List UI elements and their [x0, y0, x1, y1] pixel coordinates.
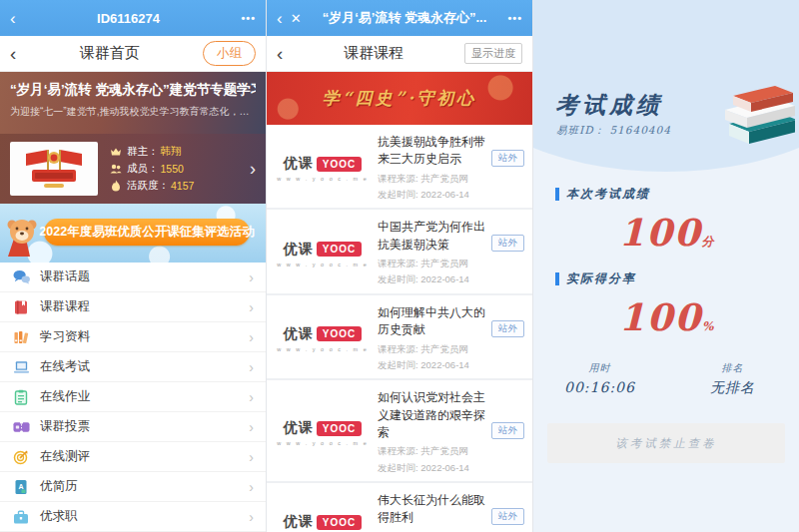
- flame-icon: [110, 180, 122, 192]
- yooc-logo-en: YOOC: [317, 515, 362, 530]
- panel-exam-result: ‹ ID6116274 ✕ ‹ 考试成绩 考试成绩 易班ID： 51640404: [532, 0, 799, 532]
- menu-item-exams[interactable]: 在线考试 ›: [0, 352, 266, 382]
- books-illustration: [699, 84, 795, 162]
- course-item[interactable]: 优课YOOC w w w . y o o c . m e 抗美援朝战争胜利带来三…: [267, 125, 532, 210]
- score-section-label: 本次考试成绩: [555, 186, 799, 203]
- rank-value: 无排名: [666, 379, 799, 397]
- show-progress-button[interactable]: 显示进度: [464, 43, 522, 64]
- yiban-id: 易班ID： 51640404: [556, 124, 671, 138]
- menu-item-label: 在线考试: [40, 358, 249, 375]
- course-item[interactable]: 优课YOOC w w w . y o o c . m e 中国共产党为何作出抗美…: [267, 210, 532, 294]
- resume-icon: A: [12, 478, 30, 496]
- time-value: 00:16:06: [533, 379, 666, 395]
- rank-cell: 排名 无排名: [666, 361, 799, 397]
- menu-item-label: 在线作业: [40, 388, 249, 405]
- course-source: 课程来源: 共产党员网: [378, 444, 524, 457]
- offsite-badge: 站外: [491, 320, 524, 337]
- navbar-group-home: ‹ 课群首页 小组: [0, 36, 266, 72]
- group-header: “岁月‘易’流转 党魂永存心”建党节专题学习 为迎接“七一”建党节,推动我校党史…: [0, 72, 266, 134]
- section-bar-icon: [555, 188, 559, 201]
- menu-item-topics[interactable]: 课群话题 ›: [0, 263, 266, 292]
- course-item[interactable]: 优课YOOC w w w . y o o c . m e 如何认识党对社会主义建…: [267, 380, 532, 483]
- page-title: 课群课程: [283, 44, 464, 63]
- score-value: 100: [618, 211, 701, 255]
- briefcase-icon: [12, 508, 30, 526]
- score-unit: 分: [702, 235, 714, 249]
- back-icon[interactable]: ‹: [10, 10, 16, 27]
- menu-item-votes[interactable]: 课群投票 ›: [0, 412, 266, 442]
- menu-item-label: 课群课程: [40, 298, 249, 315]
- menu-item-label: 优求职: [40, 508, 249, 525]
- rate-label: 实际得分率: [566, 270, 636, 287]
- clipboard-icon: [12, 388, 30, 406]
- yooc-logo-cn: 优课: [284, 155, 314, 173]
- menu-item-homework[interactable]: 在线作业 ›: [0, 382, 266, 412]
- course-time: 发起时间: 2022-06-14: [378, 461, 524, 474]
- course-list-banner: 学“四史”·守初心: [267, 72, 532, 125]
- members-icon: [110, 163, 122, 175]
- yooc-logo: 优课YOOC w w w . y o o c . m e: [275, 304, 371, 371]
- yooc-logo-cn: 优课: [284, 419, 314, 437]
- course-source: 课程来源: 共产党员网: [378, 172, 524, 185]
- offsite-badge: 站外: [491, 235, 524, 252]
- group-stats: 群主：韩翔 成员：1550 活跃度：4157: [110, 142, 250, 196]
- menu-item-label: 在线测评: [40, 448, 249, 465]
- svg-text:A: A: [18, 482, 23, 489]
- chevron-right-icon: ›: [249, 389, 254, 405]
- yooc-logo: 优课YOOC w w w . y o o c . m e: [275, 219, 371, 285]
- activity-banner[interactable]: 2022年度易班优质公开课征集评选活动: [0, 204, 266, 263]
- course-body: 中国共产党为何作出抗美援朝决策 站外 课程来源: 共产党员网 发起时间: 202…: [378, 219, 524, 285]
- yooc-logo: 优课YOOC w w w . y o o c . m e: [275, 492, 371, 532]
- group-info-card[interactable]: 群主：韩翔 成员：1550 活跃度：4157 ›: [0, 134, 266, 204]
- more-icon[interactable]: •••: [507, 13, 522, 24]
- course-item[interactable]: 优课YOOC w w w . y o o c . m e 如何理解中共八大的历史…: [267, 295, 532, 380]
- panel-course-list: ‹ ✕ “岁月‘易’流转 党魂永存心”... ••• ‹ 课群课程 显示进度 学…: [266, 0, 532, 532]
- review-forbidden-button[interactable]: 该考试禁止查卷: [547, 423, 785, 463]
- menu-item-courses[interactable]: 课群课程 ›: [0, 292, 266, 322]
- offsite-badge: 站外: [491, 150, 524, 167]
- page-title: 课群首页: [16, 44, 203, 63]
- score-value-line: 100分: [533, 211, 799, 255]
- course-source: 课程来源: 共产党员网: [378, 257, 524, 269]
- statusbar-title: “岁月‘易’流转 党魂永存心”...: [310, 9, 500, 27]
- more-icon[interactable]: •••: [241, 13, 256, 24]
- time-label: 用时: [533, 361, 666, 375]
- yooc-logo-url: w w w . y o o c . m e: [277, 440, 369, 446]
- rate-value: 100: [619, 295, 702, 339]
- menu-item-resume[interactable]: A 优简历 ›: [0, 472, 266, 502]
- group-button[interactable]: 小组: [203, 41, 256, 66]
- menu-item-label: 学习资料: [40, 328, 249, 345]
- statusbar-left: ‹ ID6116274 •••: [0, 0, 266, 36]
- course-body: 抗美援朝战争胜利带来三大历史启示 站外 课程来源: 共产党员网 发起时间: 20…: [378, 134, 524, 201]
- chevron-right-icon: ›: [249, 509, 254, 525]
- menu-item-assessment[interactable]: 在线测评 ›: [0, 442, 266, 472]
- section-bar-icon: [555, 272, 559, 285]
- chevron-right-icon: ›: [249, 449, 254, 465]
- course-title: 伟大长征为什么能取得胜利: [378, 492, 486, 527]
- yooc-logo-url: w w w . y o o c . m e: [277, 346, 369, 352]
- course-item[interactable]: 优课YOOC w w w . y o o c . m e 伟大长征为什么能取得胜…: [267, 483, 532, 532]
- yooc-logo-en: YOOC: [317, 157, 362, 172]
- rank-label: 排名: [666, 361, 799, 375]
- owner-label: 群主：: [127, 145, 159, 159]
- course-body: 如何认识党对社会主义建设道路的艰辛探索 站外 课程来源: 共产党员网 发起时间:…: [378, 389, 524, 474]
- result-title: 考试成绩: [555, 90, 663, 121]
- members-label: 成员：: [127, 162, 159, 176]
- chevron-right-icon: ›: [249, 299, 254, 315]
- chevron-right-icon: ›: [249, 329, 254, 345]
- files-icon: [12, 328, 30, 346]
- close-icon[interactable]: ✕: [291, 12, 302, 25]
- ticket-icon: [12, 418, 30, 436]
- group-menu: 课群话题 › 课群课程 › 学习资料 › 在线考试 › 在线作业 ›: [0, 263, 266, 532]
- back-icon[interactable]: ‹: [277, 10, 283, 27]
- menu-item-materials[interactable]: 学习资料 ›: [0, 322, 266, 352]
- chevron-right-icon: ›: [249, 479, 254, 495]
- course-body: 如何理解中共八大的历史贡献 站外 课程来源: 共产党员网 发起时间: 2022-…: [378, 304, 524, 371]
- rate-section-label: 实际得分率: [555, 270, 799, 287]
- members-row: 成员：1550: [110, 162, 250, 176]
- menu-item-jobs[interactable]: 优求职 ›: [0, 502, 266, 532]
- statusbar-middle: ‹ ✕ “岁月‘易’流转 党魂永存心”... •••: [267, 0, 532, 36]
- yooc-logo-url: w w w . y o o c . m e: [277, 176, 369, 182]
- chevron-right-icon: ›: [249, 419, 254, 435]
- offsite-badge: 站外: [491, 422, 524, 439]
